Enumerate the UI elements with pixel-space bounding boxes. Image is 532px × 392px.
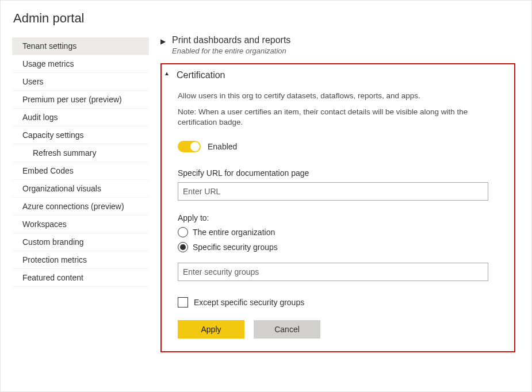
- sidebar-item-organizational-visuals[interactable]: Organizational visuals: [12, 180, 149, 198]
- certification-note: Note: When a user certifies an item, the…: [178, 107, 503, 128]
- toggle-knob-icon: [190, 142, 200, 151]
- radio-icon: [178, 227, 188, 237]
- caret-down-icon: ▾: [165, 70, 171, 78]
- sidebar-item-embed-codes[interactable]: Embed Codes: [12, 162, 149, 180]
- sidebar-item-capacity-settings[interactable]: Capacity settings: [12, 126, 149, 144]
- security-groups-input[interactable]: [178, 263, 488, 281]
- sidebar-item-audit-logs[interactable]: Audit logs: [12, 109, 149, 126]
- radio-icon: [178, 242, 188, 252]
- main-content: ▶ Print dashboards and reports Enabled f…: [149, 34, 531, 352]
- sidebar-nav: Tenant settings Usage metrics Users Prem…: [1, 34, 149, 352]
- section-print-title: Print dashboards and reports: [172, 35, 290, 45]
- certification-highlight: ▾ Certification Allow users in this org …: [160, 63, 515, 352]
- url-field-label: Specify URL for documentation page: [178, 168, 503, 178]
- section-certification-title: Certification: [177, 70, 225, 80]
- section-print-header[interactable]: ▶ Print dashboards and reports Enabled f…: [160, 35, 515, 55]
- apply-button[interactable]: Apply: [178, 320, 244, 339]
- sidebar-item-users[interactable]: Users: [12, 73, 149, 91]
- sidebar-item-premium-per-user[interactable]: Premium per user (preview): [12, 91, 149, 109]
- sidebar-item-custom-branding[interactable]: Custom branding: [12, 233, 149, 251]
- sidebar-item-workspaces[interactable]: Workspaces: [12, 216, 149, 233]
- radio-entire-org-label: The entire organization: [193, 228, 275, 237]
- section-certification-header[interactable]: ▾ Certification: [165, 70, 503, 80]
- caret-right-icon: ▶: [160, 35, 166, 45]
- enabled-toggle-label: Enabled: [208, 142, 237, 151]
- sidebar-item-refresh-summary[interactable]: Refresh summary: [12, 144, 149, 162]
- documentation-url-input[interactable]: [178, 182, 488, 201]
- apply-to-label: Apply to:: [178, 213, 503, 222]
- radio-specific-groups-label: Specific security groups: [193, 243, 278, 252]
- sidebar-item-tenant-settings[interactable]: Tenant settings: [12, 37, 149, 55]
- radio-specific-groups[interactable]: Specific security groups: [178, 242, 503, 252]
- certification-description: Allow users in this org to certify datas…: [178, 91, 503, 101]
- checkbox-icon: [178, 297, 188, 308]
- except-groups-label: Except specific security groups: [194, 298, 304, 307]
- sidebar-item-azure-connections[interactable]: Azure connections (preview): [12, 198, 149, 216]
- except-groups-checkbox-row[interactable]: Except specific security groups: [178, 297, 503, 308]
- radio-entire-org[interactable]: The entire organization: [178, 227, 503, 237]
- sidebar-item-usage-metrics[interactable]: Usage metrics: [12, 55, 149, 73]
- sidebar-item-featured-content[interactable]: Featured content: [12, 269, 149, 287]
- section-print-subtitle: Enabled for the entire organization: [172, 47, 290, 55]
- sidebar-item-protection-metrics[interactable]: Protection metrics: [12, 251, 149, 269]
- enabled-toggle[interactable]: [178, 141, 201, 152]
- cancel-button[interactable]: Cancel: [254, 320, 320, 339]
- page-title: Admin portal: [1, 11, 531, 34]
